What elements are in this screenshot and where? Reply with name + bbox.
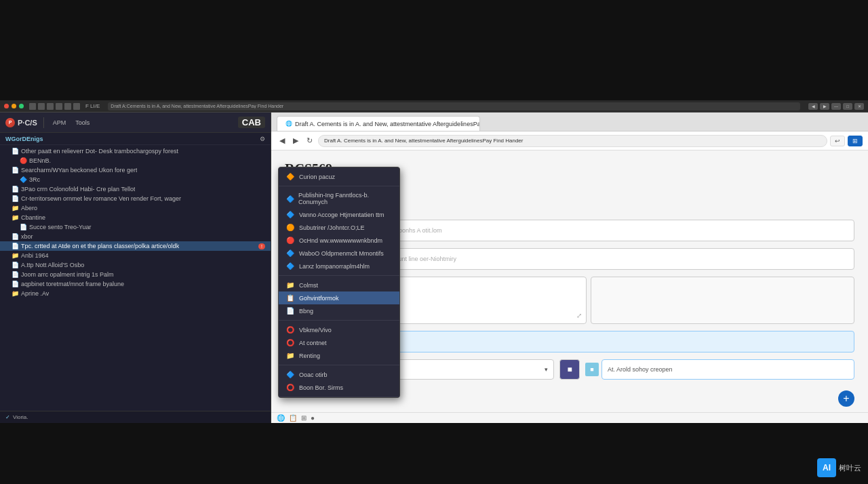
add-button[interactable]: + bbox=[838, 390, 854, 407]
tree-item[interactable]: 📁 Cbantine bbox=[0, 213, 271, 222]
tree-item[interactable]: 📄 3Pao crrn Colonofold Habi- Cre plan Te… bbox=[0, 184, 271, 194]
nav-url-bar[interactable]: Draft A. Cements is in A. and New, attes… bbox=[318, 135, 827, 147]
bottom-input-text: At. Arold sohoy creopen bbox=[608, 366, 673, 373]
tree-item-icon: 📄 bbox=[11, 243, 19, 249]
chrome-btn-back[interactable]: ◀ bbox=[808, 103, 818, 110]
ctx-item-curion[interactable]: 🔶 Curion pacuz bbox=[279, 170, 399, 183]
ctx-item-colmst[interactable]: 📁 Colmst bbox=[279, 279, 399, 291]
ctx-section-5: 🔷 Ooac otirb ⭕ Boon Bor. Sirms bbox=[279, 365, 399, 397]
tree-item[interactable]: 🔷 3Rc bbox=[0, 175, 271, 184]
chrome-icon-3 bbox=[47, 103, 54, 110]
tree-item[interactable]: 📄 A.ttp Nott Alloid'S Osbo bbox=[0, 260, 271, 270]
tree-item-icon: 🔴 bbox=[19, 157, 27, 164]
chrome-icon-6 bbox=[73, 103, 80, 110]
tree-item-label: BENnB. bbox=[29, 157, 51, 164]
ctx-icon: ⭕ bbox=[285, 326, 295, 334]
ctx-item-label: WaboO Oldpmenmclt Mmontifs bbox=[299, 250, 384, 257]
nav-back-button[interactable]: ◀ bbox=[277, 135, 288, 146]
chrome-url-bar[interactable]: Draft A:Cements is in A, and New, attest… bbox=[108, 102, 800, 110]
ctx-item-renting[interactable]: 📁 Renting bbox=[279, 349, 399, 362]
ctx-item-ooac[interactable]: 🔷 Ooac otirb bbox=[279, 368, 399, 381]
ctx-item-wabo[interactable]: 🔷 WaboO Oldpmenmclt Mmontifs bbox=[279, 247, 399, 260]
ctx-icon: 📁 bbox=[285, 352, 295, 359]
window-maximize-dot[interactable] bbox=[19, 104, 24, 108]
ctx-item-boon[interactable]: ⭕ Boon Bor. Sirms bbox=[279, 381, 399, 394]
tree-item[interactable]: 📄 Other paatt en relieverr Dot- Desk tra… bbox=[0, 146, 271, 156]
tree-item[interactable]: 📄 Searcharm/WYan beckoned Ukon fore gert bbox=[0, 165, 271, 175]
tree-item[interactable]: 📁 Aprine .Av bbox=[0, 289, 271, 298]
chrome-icon-1 bbox=[29, 103, 36, 110]
nav-refresh-button[interactable]: ↻ bbox=[304, 135, 315, 146]
ctx-section-3: 📁 Colmst 📋 Gohvintformok 📄 Bbng bbox=[279, 276, 399, 321]
main-content: F LI/E Draft A:Cements is in A, and New,… bbox=[0, 100, 868, 423]
ctx-section-4: ⭕ Vbkme/Vivo ⭕ At contnet 📁 Renting bbox=[279, 321, 399, 365]
nav-action-buttons: ↩ ⊞ bbox=[830, 136, 863, 146]
ctx-item-gohvint[interactable]: 📋 Gohvintformok bbox=[279, 291, 399, 304]
window-close-dot[interactable] bbox=[4, 104, 9, 108]
ctx-item-pub[interactable]: 🔷 Publishin-Ing Fanntlocs-b. Conumych bbox=[279, 189, 399, 208]
tree-item[interactable]: 📁 Abero bbox=[0, 203, 271, 213]
tree-item-badge: ! bbox=[258, 243, 265, 249]
tree-item-active[interactable]: 📄 Tpc. crtted at Atde on et the plans cl… bbox=[0, 241, 271, 251]
tree-item-label: Searcharm/WYan beckoned Ukon fore gert bbox=[21, 167, 137, 174]
tree-item-label: Aprine .Av bbox=[21, 290, 49, 297]
ctx-item-vanno[interactable]: 🔷 Vanno Accoge Htjmentatien ttm bbox=[279, 208, 399, 221]
tree-item-icon: 📄 bbox=[19, 224, 27, 230]
toolbar-apm-btn[interactable]: APM bbox=[50, 118, 69, 127]
tree-item-label: 3Pao crrn Colonofold Habi- Cre plan Tell… bbox=[21, 186, 135, 193]
browser-tab-active[interactable]: 🌐 Draft A. Cements is in A. and New, att… bbox=[277, 116, 480, 131]
ctx-item-label: OcHnd ww.wwwwwwwnkbndm bbox=[299, 237, 382, 244]
sidebar-statusbar: ✓ Vioria. bbox=[0, 411, 271, 423]
tree-item[interactable]: 📄 Joom arrc opalment intrig 1s Palm bbox=[0, 270, 271, 279]
browser-chrome-bar: F LI/E Draft A:Cements is in A, and New,… bbox=[0, 100, 868, 113]
tree-item-icon: 📄 bbox=[11, 233, 19, 240]
nav-bar: ◀ ▶ ↻ Draft A. Cements is in A. and New,… bbox=[271, 132, 868, 150]
chrome-icon-5 bbox=[64, 103, 71, 110]
ctx-icon: 🟠 bbox=[285, 224, 295, 231]
ctx-item-vbkme[interactable]: ⭕ Vbkme/Vivo bbox=[279, 323, 399, 336]
tab-bar: 🌐 Draft A. Cements is in A. and New, att… bbox=[271, 113, 868, 132]
tree-item-icon: 📄 bbox=[11, 271, 19, 278]
ctx-icon: 🔴 bbox=[285, 237, 295, 244]
nav-forward-button[interactable]: ▶ bbox=[290, 135, 301, 146]
form-input-hunt[interactable]: Hunt line oer-Niohtmiry bbox=[387, 248, 854, 270]
tree-item[interactable]: 📄 aqpbinet toretmat/mnot frame byalune bbox=[0, 279, 271, 289]
ctx-item-larxz[interactable]: 🔷 Larxz lompanorraplm4hlm bbox=[279, 260, 399, 273]
ctx-item-ochnd[interactable]: 🔴 OcHnd ww.wwwwwwwnkbndm bbox=[279, 234, 399, 247]
tree-item[interactable]: 📄 xbor bbox=[0, 232, 271, 241]
tree-item-icon: 📁 bbox=[11, 290, 19, 297]
tree-item-label: xbor bbox=[21, 233, 33, 240]
bottom-input[interactable]: At. Arold sohoy creopen bbox=[601, 359, 854, 380]
chrome-btn-restore[interactable]: □ bbox=[843, 103, 852, 110]
chrome-icon-4 bbox=[56, 103, 62, 110]
bottom-select-arrow: ▾ bbox=[545, 366, 548, 373]
ctx-item-sub[interactable]: 🟠 Subutrirer /Johntcr.O;LE bbox=[279, 221, 399, 234]
ctx-icon: 🔷 bbox=[285, 211, 295, 218]
chrome-btn-close[interactable]: ✕ bbox=[854, 103, 864, 110]
tree-item[interactable]: 📄 Succe sento Treo-Yuar bbox=[0, 222, 271, 232]
expand-icon: ⤢ bbox=[576, 312, 582, 319]
ctx-item-label: Bbng bbox=[299, 308, 313, 315]
ctx-item-bbng[interactable]: 📄 Bbng bbox=[279, 304, 399, 317]
sidebar-settings-icon[interactable]: ⚙ bbox=[260, 136, 265, 142]
ctx-section-1: 🔶 Curion pacuz bbox=[279, 167, 399, 186]
browser-statusbar: 🌐 📋 ⊞ ● bbox=[271, 412, 868, 423]
tree-item-icon: 📁 bbox=[11, 205, 19, 211]
ctx-item-label: Boon Bor. Sirms bbox=[299, 384, 343, 391]
ctx-item-label: Gohvintformok bbox=[299, 295, 339, 302]
tree-item[interactable]: 📄 Cr-territorsewn ornmet lev romance Ven… bbox=[0, 194, 271, 203]
ctx-item-atcontnet[interactable]: ⭕ At contnet bbox=[279, 336, 399, 349]
toolbar-tools-btn[interactable]: Tools bbox=[73, 118, 92, 127]
chrome-btn-next[interactable]: ▶ bbox=[820, 103, 829, 110]
ctx-icon: 📁 bbox=[285, 281, 295, 289]
nav-action-btn-2[interactable]: ⊞ bbox=[848, 136, 863, 146]
ai-logo-text: AI bbox=[823, 463, 831, 472]
bottom-icon-button[interactable]: ■ bbox=[559, 359, 580, 380]
window-minimize-dot[interactable] bbox=[12, 104, 16, 108]
chrome-btn-minimize[interactable]: — bbox=[831, 103, 841, 110]
textarea-right[interactable] bbox=[591, 277, 854, 324]
nav-url-text: Draft A. Cements is in A. and New, attes… bbox=[324, 138, 523, 144]
nav-action-btn-1[interactable]: ↩ bbox=[830, 136, 845, 146]
tree-item[interactable]: 📁 Anbi 1964 bbox=[0, 251, 271, 260]
tree-item[interactable]: 🔴 BENnB. bbox=[0, 156, 271, 165]
